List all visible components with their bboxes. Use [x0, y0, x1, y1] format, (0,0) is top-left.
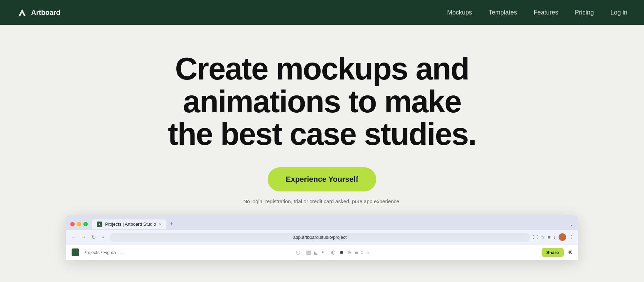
navbar: Artboard Mockups Templates Features Pric…: [0, 0, 644, 25]
screenshot-icon[interactable]: ⛶: [533, 234, 538, 240]
browser-tab-active[interactable]: Projects | Artboard Studio ×: [92, 219, 166, 229]
tab-title: Projects | Artboard Studio: [105, 222, 156, 227]
cta-button[interactable]: Experience Yourself: [268, 167, 376, 191]
tab-overflow-button[interactable]: ⌄: [570, 222, 574, 227]
tool-icon-2[interactable]: ▦: [306, 249, 311, 255]
share-button[interactable]: Share: [542, 248, 564, 257]
tool-icon-10[interactable]: ○: [366, 250, 369, 255]
tool-icon-5[interactable]: ◐: [331, 249, 335, 255]
nav-link-pricing[interactable]: Pricing: [575, 9, 594, 16]
reload-button[interactable]: ↻: [90, 234, 97, 241]
tool-icon-4[interactable]: ✦: [321, 249, 325, 255]
download-icon[interactable]: ↓: [553, 234, 556, 240]
tool-icon-7[interactable]: ⊕: [348, 249, 352, 255]
breadcrumb: Projects / Figma: [83, 250, 116, 255]
tab-close-button[interactable]: ×: [159, 222, 162, 227]
new-tab-button[interactable]: +: [166, 219, 176, 229]
hero-subtext: No login, registration, trial or credit …: [243, 198, 401, 204]
breadcrumb-chevron: ⌄: [120, 250, 123, 255]
forward-button[interactable]: →: [80, 234, 88, 240]
back-button[interactable]: ←: [70, 234, 78, 240]
traffic-light-red[interactable]: [70, 222, 75, 226]
nav-link-templates[interactable]: Templates: [489, 9, 517, 16]
app-toolbar: Projects / Figma ⌄ ◴ ▦ ◣ ✦ ◐ ◾ ⊕ ■ ◊ ○ S…: [66, 245, 578, 260]
menu-icon[interactable]: ⋮: [569, 234, 574, 240]
collaborator-count: 46: [568, 250, 572, 255]
tab-favicon: [97, 222, 102, 227]
app-toolbar-icons: ◴ ▦ ◣ ✦ ◐ ◾ ⊕ ■ ◊ ○: [128, 249, 537, 256]
tool-icon-3[interactable]: ◣: [314, 249, 318, 255]
browser-chrome: Projects | Artboard Studio × + ⌄ ← → ↻ ●…: [66, 215, 578, 245]
traffic-lights: [70, 222, 88, 226]
traffic-light-green[interactable]: [83, 222, 88, 226]
url-icon: ●: [99, 235, 107, 239]
nav-link-mockups[interactable]: Mockups: [447, 9, 472, 16]
app-logo-small: [72, 248, 79, 256]
browser-addressbar: ← → ↻ ● ⛶ ☆ ■ ↓ ⋮: [66, 230, 578, 245]
traffic-light-yellow[interactable]: [77, 222, 81, 226]
extension-icon[interactable]: ■: [548, 234, 551, 240]
nav-link-features[interactable]: Features: [534, 9, 558, 16]
address-bar[interactable]: [110, 233, 530, 242]
nav-links: Mockups Templates Features Pricing Log i…: [447, 9, 627, 16]
hero-section: Create mockups and animations to make th…: [0, 25, 644, 274]
logo-link[interactable]: Artboard: [17, 7, 60, 18]
logo-text: Artboard: [31, 9, 60, 17]
logo-icon: [17, 7, 28, 18]
tool-icon-8[interactable]: ■: [355, 250, 358, 255]
hero-title: Create mockups and animations to make th…: [166, 53, 478, 151]
address-bar-icons: ⛶ ☆ ■ ↓ ⋮: [533, 233, 574, 241]
browser-tabbar: Projects | Artboard Studio × + ⌄: [66, 215, 578, 230]
nav-link-login[interactable]: Log in: [610, 9, 627, 16]
tool-icon-6[interactable]: ◾: [338, 249, 345, 255]
profile-icon[interactable]: [559, 233, 566, 241]
star-icon[interactable]: ☆: [541, 234, 545, 240]
browser-nav-buttons: ← → ↻ ●: [70, 234, 107, 241]
browser-mockup: Projects | Artboard Studio × + ⌄ ← → ↻ ●…: [66, 215, 578, 260]
tool-icon-9[interactable]: ◊: [361, 250, 363, 255]
tool-icon-1[interactable]: ◴: [296, 249, 300, 255]
